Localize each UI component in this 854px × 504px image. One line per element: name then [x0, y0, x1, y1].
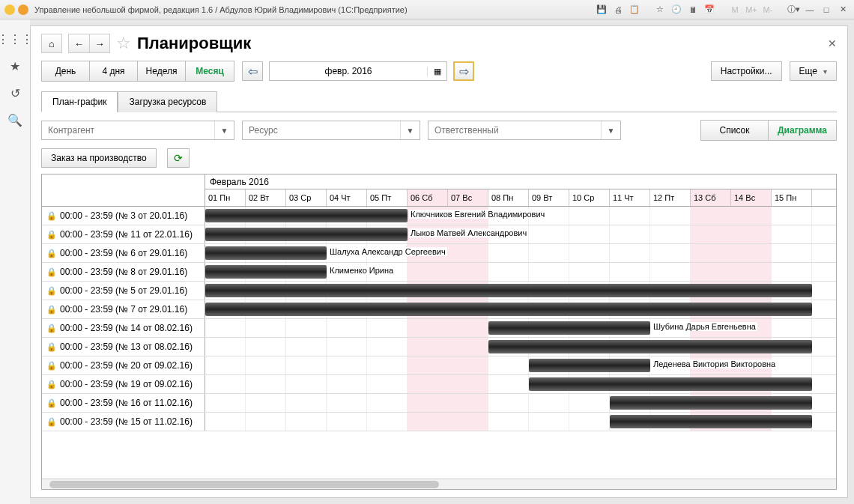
day-header-cell: 10 Ср: [569, 189, 610, 206]
tb-star-icon[interactable]: ☆: [653, 3, 667, 16]
horizontal-scrollbar[interactable]: [42, 479, 836, 489]
day-header-cell: 07 Вс: [448, 189, 488, 206]
gantt-row[interactable]: 🔒00:00 - 23:59 (№ 19 от 09.02.16): [42, 375, 836, 394]
main-panel: ⌂ ← → ☆ Планировщик ✕ День 4 дня Неделя …: [30, 25, 848, 498]
tb-save-icon[interactable]: 💾: [595, 3, 608, 16]
calendar-picker-icon[interactable]: ▦: [427, 67, 446, 76]
favorites-icon[interactable]: ★: [7, 58, 22, 73]
more-button[interactable]: Еще: [790, 61, 837, 81]
period-display[interactable]: февр. 2016 ▦: [269, 61, 447, 81]
gantt-row-label: 🔒00:00 - 23:59 (№ 6 от 29.01.16): [42, 244, 205, 262]
gantt-row[interactable]: 🔒00:00 - 23:59 (№ 16 от 11.02.16): [42, 394, 836, 413]
filter-responsible[interactable]: ▼: [428, 121, 621, 140]
gantt-row-label: 🔒00:00 - 23:59 (№ 16 от 11.02.16): [42, 394, 205, 412]
minimize-button[interactable]: —: [803, 3, 817, 16]
chevron-down-icon[interactable]: ▼: [601, 121, 620, 139]
gantt-bar[interactable]: [529, 359, 650, 372]
day-header-cell: 08 Пн: [488, 189, 529, 206]
settings-button[interactable]: Настройки...: [711, 61, 782, 81]
period-day[interactable]: День: [42, 61, 90, 81]
gantt-row[interactable]: 🔒00:00 - 23:59 (№ 20 от 09.02.16)Леденев…: [42, 356, 836, 375]
chevron-down-icon[interactable]: ▼: [214, 121, 234, 139]
lock-icon: 🔒: [46, 211, 57, 221]
close-button[interactable]: ✕: [836, 3, 850, 16]
production-order-button[interactable]: Заказ на производство: [41, 148, 157, 168]
day-header-cell: 12 Пт: [650, 189, 691, 206]
gantt-row[interactable]: 🔒00:00 - 23:59 (№ 11 от 22.01.16)Лыков М…: [42, 225, 836, 244]
tb-m-icon[interactable]: M: [728, 3, 742, 16]
lock-icon: 🔒: [46, 305, 57, 315]
filter-responsible-input[interactable]: [428, 121, 601, 139]
day-header-cell: 13 Сб: [691, 189, 731, 206]
tb-print-icon[interactable]: 🖨: [611, 3, 625, 16]
gantt-row[interactable]: 🔒00:00 - 23:59 (№ 14 от 08.02.16)Шубина …: [42, 319, 836, 338]
tb-info-icon[interactable]: ⓘ▾: [787, 3, 800, 16]
sidebar: ⋮⋮⋮ ★ ↺ 🔍: [0, 19, 30, 504]
back-button[interactable]: ←: [68, 34, 89, 53]
lock-icon: 🔒: [46, 324, 57, 333]
apps-icon[interactable]: ⋮⋮⋮: [7, 31, 22, 46]
tb-calc-icon[interactable]: 🖩: [686, 3, 700, 16]
view-list[interactable]: Список: [701, 121, 769, 140]
page-title: Планировщик: [137, 34, 251, 53]
gantt-row[interactable]: 🔒00:00 - 23:59 (№ 15 от 11.02.16): [42, 413, 836, 431]
day-header-cell: 01 Пн: [205, 189, 246, 206]
filter-counterparty-input[interactable]: [42, 121, 214, 139]
gantt-bar[interactable]: [205, 228, 408, 241]
history-icon[interactable]: ↺: [7, 85, 22, 100]
gantt-bar[interactable]: [205, 284, 812, 297]
home-button[interactable]: ⌂: [41, 34, 62, 53]
tb-mminus-icon[interactable]: M-: [761, 3, 775, 16]
gantt-row[interactable]: 🔒00:00 - 23:59 (№ 13 от 08.02.16): [42, 338, 836, 356]
lock-icon: 🔒: [46, 380, 57, 389]
period-month[interactable]: Месяц: [186, 61, 234, 81]
lock-icon: 🔒: [46, 417, 57, 427]
tab-plan-graphic[interactable]: План-график: [41, 91, 118, 112]
search-icon[interactable]: 🔍: [7, 112, 22, 127]
refresh-button[interactable]: ⟳: [167, 148, 190, 168]
panel-close-icon[interactable]: ✕: [828, 37, 837, 49]
lock-icon: 🔒: [46, 249, 57, 258]
gantt-bar[interactable]: [610, 415, 812, 428]
tb-copy-icon[interactable]: 📋: [628, 3, 641, 16]
maximize-button[interactable]: □: [820, 3, 833, 16]
tb-mplus-icon[interactable]: M+: [745, 3, 758, 16]
gantt-bar[interactable]: [488, 321, 650, 335]
gantt-bar[interactable]: [529, 377, 812, 391]
period-4days[interactable]: 4 дня: [90, 61, 138, 81]
gantt-row[interactable]: 🔒00:00 - 23:59 (№ 6 от 29.01.16)Шалуха А…: [42, 244, 836, 263]
forward-button[interactable]: →: [89, 34, 110, 53]
day-header-cell: 05 Пт: [367, 189, 408, 206]
prev-period-button[interactable]: ⇦: [242, 61, 263, 81]
gantt-bar-label: Лыков Матвей Александрович: [409, 228, 528, 237]
gantt-bar[interactable]: [205, 246, 327, 260]
gantt-bar[interactable]: [205, 209, 408, 222]
tab-resource-load[interactable]: Загрузка ресурсов: [118, 91, 217, 112]
gantt-bar-label: Клименко Ирина: [328, 266, 395, 275]
tb-history-icon[interactable]: 🕘: [670, 3, 683, 16]
day-header-cell: 02 Вт: [246, 189, 286, 206]
gantt-bar[interactable]: [205, 303, 812, 316]
favorite-star-icon[interactable]: ☆: [116, 34, 131, 53]
gantt-row-label: 🔒00:00 - 23:59 (№ 5 от 29.01.16): [42, 282, 205, 300]
app-icon-dd[interactable]: [18, 4, 28, 15]
period-week[interactable]: Неделя: [138, 61, 186, 81]
next-period-button[interactable]: ⇨: [453, 61, 474, 81]
gantt-row[interactable]: 🔒00:00 - 23:59 (№ 3 от 20.01.16)Ключнико…: [42, 207, 836, 225]
gantt-row[interactable]: 🔒00:00 - 23:59 (№ 5 от 29.01.16): [42, 282, 836, 300]
gantt-bar[interactable]: [488, 340, 812, 353]
tb-calendar-icon[interactable]: 📅: [703, 3, 716, 16]
gantt-bar[interactable]: [205, 265, 327, 279]
day-header-cell: 11 Чт: [610, 189, 650, 206]
filter-resource-input[interactable]: [243, 121, 400, 139]
filter-resource[interactable]: ▼: [242, 121, 420, 140]
period-text: февр. 2016: [270, 66, 427, 76]
gantt-row[interactable]: 🔒00:00 - 23:59 (№ 7 от 29.01.16): [42, 300, 836, 319]
day-header-cell: 06 Сб: [408, 189, 448, 206]
gantt-row[interactable]: 🔒00:00 - 23:59 (№ 8 от 29.01.16)Клименко…: [42, 263, 836, 282]
filter-counterparty[interactable]: ▼: [41, 121, 234, 140]
gantt-row-label: 🔒00:00 - 23:59 (№ 13 от 08.02.16): [42, 338, 205, 356]
view-diagram[interactable]: Диаграмма: [769, 121, 836, 140]
gantt-bar[interactable]: [610, 396, 812, 410]
chevron-down-icon[interactable]: ▼: [400, 121, 420, 139]
